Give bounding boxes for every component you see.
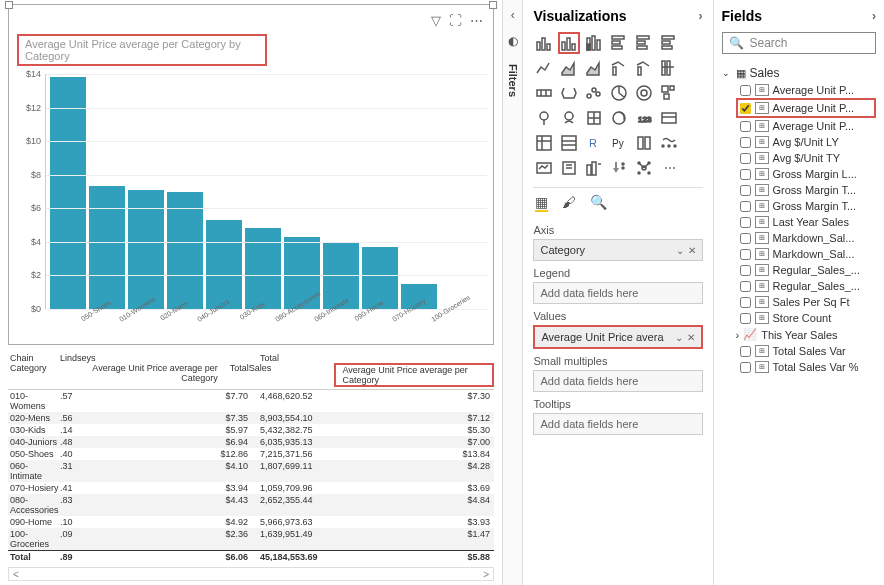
viz-type-icon[interactable] <box>658 82 680 104</box>
field-row[interactable]: ⊞Avg $/Unit LY <box>722 134 877 150</box>
horizontal-scrollbar[interactable]: <> <box>8 567 494 581</box>
focus-icon[interactable]: ⛶ <box>449 13 462 28</box>
field-checkbox[interactable] <box>740 346 751 357</box>
analytics-tab-icon[interactable]: 🔍 <box>590 194 607 212</box>
viz-type-icon[interactable] <box>633 57 655 79</box>
axis-well[interactable]: Category⌄✕ <box>533 239 702 261</box>
viz-type-icon[interactable] <box>583 32 605 54</box>
field-checkbox[interactable] <box>740 265 751 276</box>
field-checkbox[interactable] <box>740 217 751 228</box>
viz-type-icon[interactable]: ⋯ <box>658 157 680 179</box>
collapse-icon[interactable]: › <box>699 9 703 23</box>
field-checkbox[interactable] <box>740 153 751 164</box>
small-multiples-well[interactable]: Add data fields here <box>533 370 702 392</box>
bar[interactable] <box>245 228 281 309</box>
collapse-icon[interactable]: › <box>872 9 876 23</box>
viz-type-icon[interactable] <box>608 32 630 54</box>
viz-type-icon[interactable] <box>533 132 555 154</box>
viz-type-icon[interactable] <box>533 107 555 129</box>
more-icon[interactable]: ⋯ <box>470 13 483 28</box>
field-row[interactable]: ⊞Gross Margin T... <box>722 182 877 198</box>
table-node[interactable]: ⌄▦Sales <box>722 64 877 82</box>
filters-collapsed-pane[interactable]: ‹ ◐ Filters <box>502 0 523 585</box>
viz-type-icon[interactable] <box>583 157 605 179</box>
field-row[interactable]: ⊞Gross Margin T... <box>722 198 877 214</box>
viz-type-icon[interactable] <box>633 132 655 154</box>
chart-visual[interactable]: ▽ ⛶ ⋯ Average Unit Price average per Cat… <box>8 4 494 345</box>
viz-type-icon[interactable] <box>658 57 680 79</box>
field-checkbox[interactable] <box>740 362 751 373</box>
field-checkbox[interactable] <box>740 249 751 260</box>
field-row[interactable]: ⊞Regular_Sales_... <box>722 278 877 294</box>
calc-icon: ⊞ <box>755 84 769 96</box>
field-row[interactable]: ⊞Sales Per Sq Ft <box>722 294 877 310</box>
field-checkbox[interactable] <box>740 313 751 324</box>
hierarchy-field[interactable]: ›📈This Year Sales <box>722 326 877 343</box>
field-row[interactable]: ⊞Last Year Sales <box>722 214 877 230</box>
field-checkbox[interactable] <box>740 121 751 132</box>
field-row[interactable]: ⊞Average Unit P... <box>736 98 877 118</box>
viz-type-icon[interactable] <box>558 107 580 129</box>
calc-icon: ⊞ <box>755 136 769 148</box>
field-row[interactable]: ⊞Avg $/Unit TY <box>722 150 877 166</box>
tooltips-well[interactable]: Add data fields here <box>533 413 702 435</box>
field-checkbox[interactable] <box>740 185 751 196</box>
field-row[interactable]: ⊞Average Unit P... <box>722 82 877 98</box>
viz-type-icon[interactable] <box>633 32 655 54</box>
bar[interactable] <box>206 220 242 309</box>
chevron-left-icon[interactable]: ‹ <box>511 8 515 22</box>
field-row[interactable]: ⊞Markdown_Sal... <box>722 230 877 246</box>
viz-type-icon[interactable] <box>583 82 605 104</box>
format-tab-icon[interactable]: 🖌 <box>562 194 576 212</box>
viz-type-icon[interactable] <box>658 132 680 154</box>
viz-type-icon[interactable] <box>583 57 605 79</box>
search-input[interactable]: 🔍Search <box>722 32 877 54</box>
field-row[interactable]: ⊞Markdown_Sal... <box>722 246 877 262</box>
viz-type-icon[interactable] <box>558 132 580 154</box>
field-row[interactable]: ⊞Average Unit P... <box>722 118 877 134</box>
field-checkbox[interactable] <box>740 201 751 212</box>
field-checkbox[interactable] <box>740 233 751 244</box>
chevron-down-icon[interactable]: ⌄ <box>676 245 684 256</box>
remove-icon[interactable]: ✕ <box>688 245 696 256</box>
viz-type-icon[interactable] <box>533 157 555 179</box>
values-well[interactable]: Average Unit Price avera⌄✕ <box>533 325 702 349</box>
viz-type-icon[interactable] <box>658 107 680 129</box>
bar[interactable] <box>50 77 86 309</box>
viz-type-icon[interactable]: R <box>583 132 605 154</box>
viz-type-icon[interactable] <box>533 82 555 104</box>
remove-icon[interactable]: ✕ <box>687 332 695 343</box>
field-row[interactable]: ⊞Gross Margin L... <box>722 166 877 182</box>
viz-type-icon[interactable] <box>558 82 580 104</box>
legend-well[interactable]: Add data fields here <box>533 282 702 304</box>
fields-tab-icon[interactable]: ▦ <box>535 194 548 212</box>
filter-icon[interactable]: ▽ <box>431 13 441 28</box>
chevron-down-icon[interactable]: ⌄ <box>675 332 683 343</box>
viz-type-icon[interactable] <box>533 32 555 54</box>
field-row[interactable]: ⊞Regular_Sales_... <box>722 262 877 278</box>
viz-type-icon[interactable] <box>608 82 630 104</box>
viz-type-icon[interactable] <box>608 57 630 79</box>
field-checkbox[interactable] <box>740 103 751 114</box>
field-checkbox[interactable] <box>740 297 751 308</box>
field-checkbox[interactable] <box>740 137 751 148</box>
viz-type-icon[interactable] <box>583 107 605 129</box>
viz-type-icon[interactable] <box>558 57 580 79</box>
viz-type-icon[interactable]: 123 <box>633 107 655 129</box>
viz-type-icon[interactable]: Py <box>608 132 630 154</box>
viz-type-icon[interactable] <box>658 32 680 54</box>
field-row[interactable]: ⊞Total Sales Var <box>722 343 877 359</box>
field-checkbox[interactable] <box>740 169 751 180</box>
viz-type-icon[interactable] <box>533 57 555 79</box>
field-row[interactable]: ⊞Total Sales Var % <box>722 359 877 375</box>
viz-type-icon[interactable] <box>608 107 630 129</box>
viz-type-icon[interactable] <box>558 32 580 54</box>
viz-type-icon[interactable] <box>633 157 655 179</box>
viz-type-icon[interactable] <box>633 82 655 104</box>
viz-type-icon[interactable] <box>558 157 580 179</box>
viz-type-icon[interactable] <box>608 157 630 179</box>
field-checkbox[interactable] <box>740 85 751 96</box>
field-checkbox[interactable] <box>740 281 751 292</box>
field-row[interactable]: ⊞Store Count <box>722 310 877 326</box>
bar[interactable] <box>89 186 125 309</box>
